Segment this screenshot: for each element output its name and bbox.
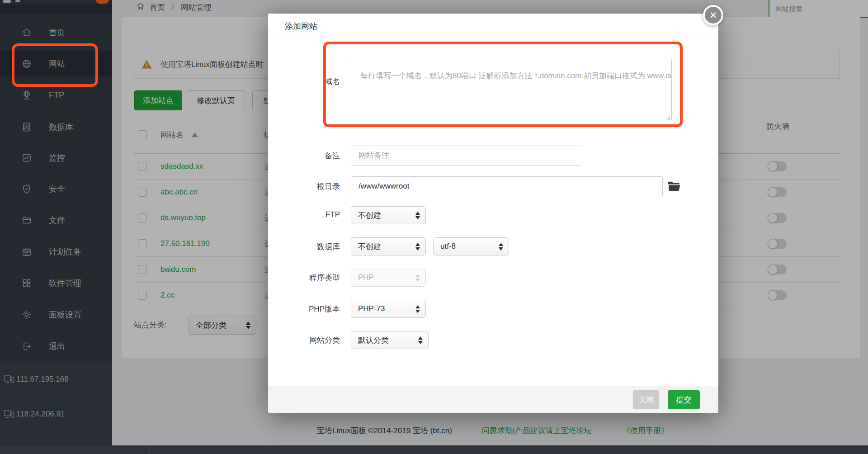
- dialog-submit-button[interactable]: 提交: [668, 390, 700, 409]
- dialog-title: 添加网站: [285, 21, 317, 32]
- select-arrows-icon: [411, 243, 420, 251]
- select-arrows-icon: [411, 274, 420, 282]
- dialog-close-x-button[interactable]: ✕: [703, 5, 723, 25]
- php-version-value: PHP-73: [358, 304, 385, 313]
- site-category-value: 默认分类: [358, 335, 389, 345]
- bottom-bar-divider: [149, 445, 150, 454]
- folder-picker-icon[interactable]: [667, 180, 681, 193]
- select-arrows-icon: [411, 305, 420, 313]
- select-arrows-icon: [411, 212, 420, 219]
- ftp-select[interactable]: 不创建: [351, 206, 426, 224]
- dialog-header: 添加网站: [268, 14, 718, 39]
- database-select-value: 不创建: [358, 241, 381, 252]
- database-select[interactable]: 不创建: [351, 237, 426, 255]
- project-type-select: PHP: [351, 269, 426, 287]
- ftp-select-value: 不创建: [358, 210, 381, 221]
- root-dir-input[interactable]: [351, 176, 663, 196]
- select-arrows-icon: [494, 243, 503, 251]
- submit-button-label: 提交: [676, 395, 692, 405]
- project-type-label: 程序类型: [286, 273, 340, 283]
- site-category-select[interactable]: 默认分类: [351, 331, 429, 349]
- root-dir-label: 根目录: [286, 181, 340, 192]
- domain-textarea[interactable]: [351, 59, 672, 121]
- close-icon: ✕: [709, 10, 717, 21]
- charset-select[interactable]: utf-8: [433, 237, 509, 255]
- php-version-label: PHP版本: [286, 304, 340, 314]
- project-type-value: PHP: [358, 273, 374, 282]
- php-version-select[interactable]: PHP-73: [351, 300, 426, 318]
- database-label: 数据库: [286, 241, 340, 252]
- close-button-label: 关闭: [638, 395, 654, 405]
- dialog-footer: 关闭 提交: [268, 386, 718, 413]
- note-label: 备注: [286, 151, 340, 161]
- note-input[interactable]: [351, 146, 582, 166]
- select-arrows-icon: [414, 336, 423, 344]
- charset-select-value: utf-8: [440, 242, 456, 251]
- add-site-dialog: 添加网站 域名 备注 根目录 FTP 不创建 数据库 不创建 utf-8 程序类…: [268, 14, 718, 413]
- bottom-bar: [0, 445, 868, 454]
- dialog-close-button[interactable]: 关闭: [633, 390, 659, 409]
- domain-label: 域名: [286, 76, 340, 87]
- bt-panel-screen: 首页 网站 FTP 数据库 监控 安全 文件 计划任务: [0, 0, 868, 454]
- ftp-label: FTP: [286, 210, 340, 219]
- site-category-label: 网站分类: [286, 335, 340, 345]
